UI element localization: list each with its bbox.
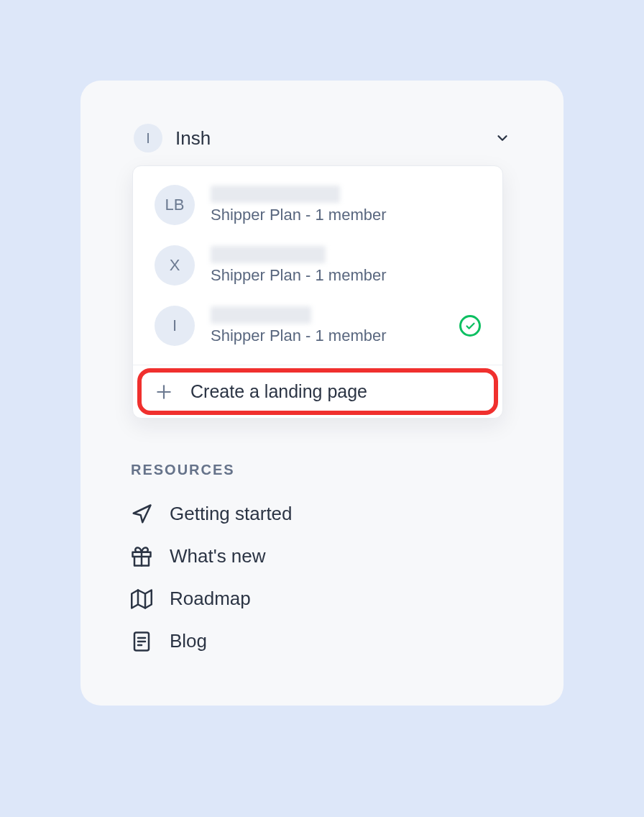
create-landing-page-button[interactable]: Create a landing page — [133, 365, 502, 418]
workspace-option[interactable]: X Shipper Plan - 1 member — [133, 235, 502, 296]
workspace-subtext: Shipper Plan - 1 member — [211, 327, 443, 345]
gift-icon — [131, 546, 152, 567]
plus-icon — [155, 383, 173, 401]
resources-heading: RESOURCES — [131, 462, 513, 478]
avatar: X — [155, 245, 195, 286]
navigation-icon — [131, 503, 152, 525]
resource-label: Blog — [170, 630, 207, 652]
workspace-list: LB Shipper Plan - 1 member X Shipper Pla… — [133, 166, 502, 365]
redacted-name — [211, 246, 326, 263]
redacted-name — [211, 306, 311, 324]
nav-roadmap[interactable]: Roadmap — [131, 578, 513, 620]
check-icon — [459, 315, 481, 337]
svg-marker-5 — [132, 590, 152, 608]
avatar: I — [155, 306, 195, 346]
map-icon — [131, 588, 152, 610]
chevron-down-icon — [494, 130, 510, 146]
nav-whats-new[interactable]: What's new — [131, 535, 513, 578]
nav-panel: I Insh LB Shipper Plan - 1 member X Ship… — [80, 81, 564, 706]
workspace-option[interactable]: I Shipper Plan - 1 member — [133, 296, 502, 356]
document-icon — [131, 631, 152, 652]
nav-blog[interactable]: Blog — [131, 620, 513, 662]
redacted-name — [211, 186, 340, 203]
workspace-name: Insh — [175, 127, 482, 150]
svg-marker-2 — [134, 505, 151, 522]
create-label: Create a landing page — [190, 381, 367, 402]
resource-label: What's new — [170, 545, 266, 567]
avatar: I — [134, 124, 162, 152]
resource-label: Roadmap — [170, 588, 251, 610]
avatar: LB — [155, 185, 195, 225]
workspace-switcher[interactable]: I Insh — [131, 124, 513, 152]
workspace-subtext: Shipper Plan - 1 member — [211, 206, 481, 224]
nav-getting-started[interactable]: Getting started — [131, 493, 513, 535]
workspace-subtext: Shipper Plan - 1 member — [211, 266, 481, 285]
workspace-dropdown: LB Shipper Plan - 1 member X Shipper Pla… — [132, 165, 503, 419]
workspace-option[interactable]: LB Shipper Plan - 1 member — [133, 175, 502, 235]
resource-label: Getting started — [170, 503, 293, 525]
